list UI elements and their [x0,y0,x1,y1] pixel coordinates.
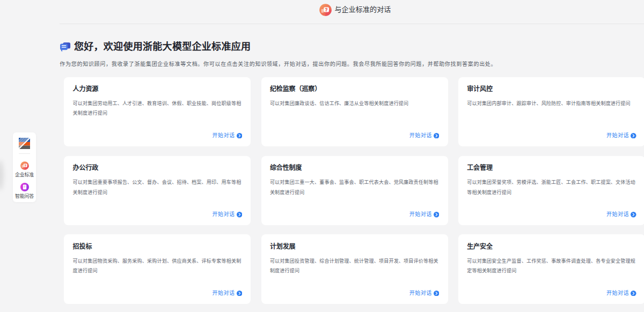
svg-text:?: ? [24,164,26,167]
svg-text:?: ? [325,7,327,12]
